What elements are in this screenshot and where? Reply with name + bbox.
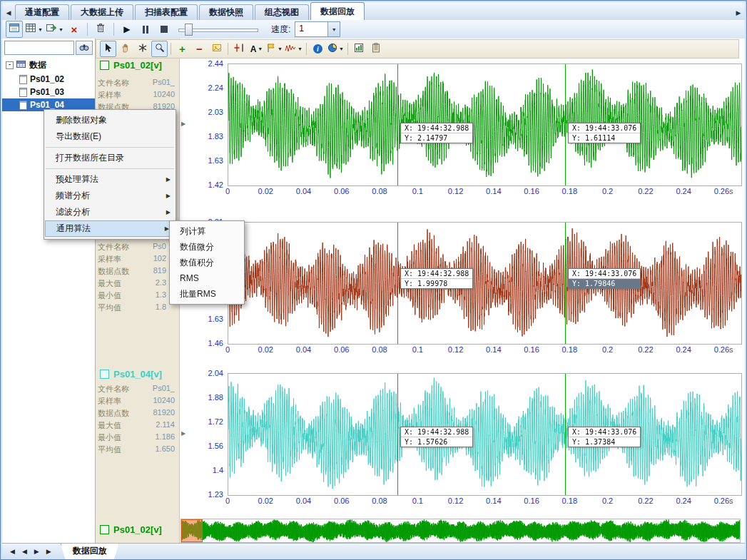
cursor-line[interactable] [397, 64, 398, 185]
x-tick-label: 0.2 [602, 345, 613, 354]
submenu-item-3[interactable]: 数值积分 [170, 255, 244, 270]
tab-6[interactable]: 数据回放 [310, 2, 365, 20]
info-label: 最大值 [98, 420, 121, 432]
search-input[interactable] [4, 41, 74, 55]
submenu-item-5[interactable]: 批量RMS [170, 286, 244, 302]
zoom-out-button[interactable]: − [191, 41, 208, 57]
cursor-cross-icon [234, 43, 245, 56]
reset-view-button[interactable] [208, 41, 225, 57]
channel-color-icon [100, 525, 109, 534]
menu-item-9[interactable]: 通用算法▶ [45, 220, 175, 237]
menu-item-4[interactable]: 打开数据所在目录 [44, 150, 176, 166]
info-button[interactable]: i [310, 41, 326, 57]
tab-2[interactable]: 大数据上传 [71, 4, 133, 20]
waveform-canvas[interactable] [228, 64, 741, 185]
menu-item-8[interactable]: 滤波分析▶ [44, 204, 176, 220]
chart-side-marker-icon[interactable]: ▶ [181, 121, 186, 127]
overview-canvas[interactable] [181, 519, 740, 542]
pie-dropdown-icon[interactable]: ▼ [339, 46, 344, 51]
tab-1[interactable]: 通道配置 [15, 4, 69, 20]
x-tick-label: 0.02 [258, 345, 273, 354]
text-tool-button[interactable]: A▼ [248, 41, 265, 57]
pause-button[interactable] [137, 21, 154, 38]
cursor-line[interactable] [565, 223, 566, 344]
y-tick-label: 1.88 [208, 393, 223, 402]
table-dropdown-icon[interactable]: ▼ [38, 27, 43, 32]
pointer-tool-button[interactable] [100, 41, 116, 57]
tree-item-1[interactable]: Ps01_02 [2, 73, 95, 86]
menu-item-1[interactable]: 删除数据对象 [44, 112, 176, 128]
info-label: 文件名称 [98, 242, 129, 254]
tab-scroll-left-icon[interactable]: ◀ [2, 6, 15, 20]
position-slider[interactable] [178, 23, 258, 36]
wave-tool-button[interactable]: ▼ [284, 41, 303, 57]
menu-item-2[interactable]: 导出数据(E) [44, 128, 176, 145]
search-button[interactable] [76, 41, 93, 55]
flag-tool-button[interactable]: ▼ [265, 41, 283, 57]
bottom-tab-playback[interactable]: 数据回放 [61, 544, 119, 560]
tree-root[interactable]: - 数据 [2, 58, 95, 73]
zoom-in-button[interactable]: + [174, 41, 190, 57]
overview-strip[interactable] [181, 519, 741, 543]
collapse-icon[interactable]: - [6, 61, 14, 69]
fit-tool-button[interactable] [134, 41, 151, 57]
tab-scroll-right-icon[interactable]: ▶ [732, 6, 745, 20]
tree-item-2[interactable]: Ps01_03 [2, 86, 95, 98]
slider-thumb[interactable] [185, 24, 193, 36]
pan-tool-button[interactable] [117, 41, 133, 57]
export-view-button[interactable]: ▼ [45, 21, 64, 38]
speed-dropdown-icon[interactable]: ▼ [327, 22, 340, 36]
chart-side-marker-icon[interactable]: ▶ [181, 430, 186, 437]
report-view-button[interactable] [6, 21, 23, 38]
nav-last-icon[interactable]: ▶ [43, 548, 55, 555]
channel-header-1[interactable]: Ps01_02[v] [100, 60, 162, 71]
nav-first-icon[interactable]: ◀ [6, 548, 19, 555]
pie-tool-button[interactable]: ▼ [327, 41, 345, 57]
tree-items: Ps01_02Ps01_03Ps01_04 [2, 73, 95, 111]
submenu-item-2[interactable]: 数值微分 [170, 239, 244, 255]
channel-name: Ps01_04[v] [113, 369, 162, 380]
table-view-button[interactable]: ▼ [24, 21, 44, 38]
waveform-canvas[interactable] [228, 374, 741, 495]
menu-item-7[interactable]: 频谱分析▶ [44, 188, 176, 204]
nav-prev-icon[interactable]: ◀ [19, 548, 31, 555]
text-tool-dropdown-icon[interactable]: ▼ [258, 46, 263, 51]
submenu-item-1[interactable]: 列计算 [170, 223, 244, 239]
play-button[interactable]: ▶ [118, 21, 136, 38]
info-row: 文件名称Ps01_ [98, 384, 175, 396]
flag-dropdown-icon[interactable]: ▼ [278, 46, 283, 51]
overview-channel-header[interactable]: Ps01_02[v] [100, 524, 162, 535]
cursor-line[interactable] [397, 374, 398, 495]
wave-dropdown-icon[interactable]: ▼ [298, 46, 303, 51]
cursor-tool-button[interactable] [231, 41, 248, 57]
nav-next-icon[interactable]: ▶ [31, 548, 43, 555]
menu-item-6[interactable]: 预处理算法▶ [44, 171, 176, 188]
clipboard-button[interactable] [368, 41, 385, 57]
plot-area[interactable]: X: 19:44:32.988Y: 2.14797X: 19:44:33.076… [228, 63, 742, 186]
submenu-item-4[interactable]: RMS [170, 270, 244, 286]
picture-icon [212, 43, 222, 56]
export-dropdown-icon[interactable]: ▼ [59, 27, 63, 32]
overview-selection[interactable] [181, 519, 203, 542]
y-tick-label: 1.46 [208, 339, 223, 347]
delete-button[interactable] [92, 21, 109, 38]
tab-3[interactable]: 扫描表配置 [135, 4, 198, 20]
waveform-canvas[interactable] [228, 223, 741, 344]
zoom-tool-button[interactable] [151, 41, 168, 57]
tooltip-x-value: X: 19:44:33.076 [569, 269, 640, 278]
cursor-line[interactable] [565, 64, 566, 185]
plot-area[interactable]: X: 19:44:32.988Y: 1.99978X: 19:44:33.076… [228, 222, 742, 345]
info-value: Ps01_ [153, 384, 175, 396]
cursor-line[interactable] [397, 223, 398, 344]
speed-combobox[interactable]: 1 ▼ [295, 21, 340, 37]
plot-area[interactable]: X: 19:44:32.988Y: 1.57626X: 19:44:33.076… [228, 373, 742, 496]
cursor-line[interactable] [565, 374, 566, 495]
close-view-button[interactable]: × [66, 21, 83, 38]
y-tick-label: 1.63 [208, 156, 223, 165]
export-chart-button[interactable] [351, 41, 367, 57]
channel-header-3[interactable]: Ps01_04[v] [100, 369, 162, 380]
stop-button[interactable] [156, 21, 173, 38]
x-tick-label: 0.08 [372, 345, 387, 354]
tab-5[interactable]: 组态视图 [255, 4, 309, 20]
tab-4[interactable]: 数据快照 [199, 4, 253, 20]
